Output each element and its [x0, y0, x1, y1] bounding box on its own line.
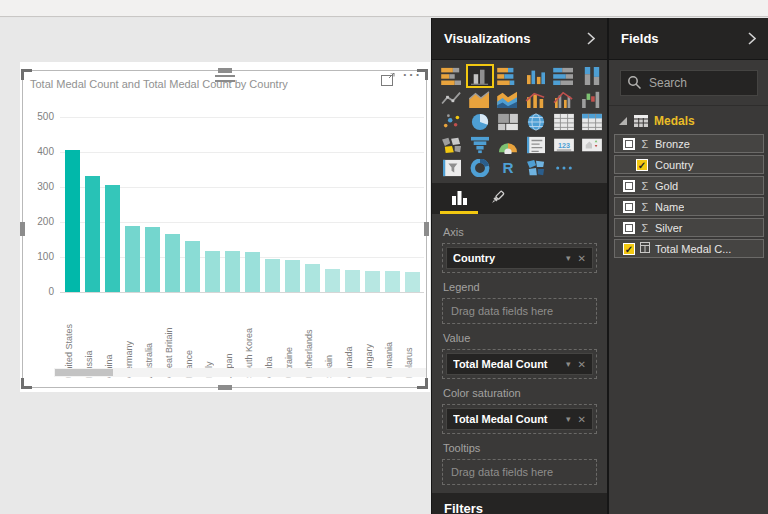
field-remove-icon[interactable]: ✕ — [578, 253, 586, 264]
bar-netherlands[interactable] — [305, 264, 320, 292]
color-saturation-field-pill[interactable]: Total Medal Count — [453, 413, 562, 425]
bar-italy[interactable] — [205, 251, 220, 292]
field-row-silver[interactable]: ΣSilver — [614, 218, 764, 237]
bar-germany[interactable] — [125, 226, 140, 292]
legend-well[interactable]: Drag data fields here — [442, 298, 597, 324]
bar-spain[interactable] — [325, 269, 340, 292]
well-label-legend: Legend — [443, 281, 597, 293]
viz-icon-line-chart[interactable] — [439, 88, 465, 110]
bar-canada[interactable] — [345, 270, 360, 292]
field-row-name[interactable]: ΣName — [614, 197, 764, 216]
field-row-bronze[interactable]: ΣBronze — [614, 134, 764, 153]
expand-collapse-icon[interactable] — [619, 117, 627, 125]
viz-icon-scatter-chart[interactable] — [439, 111, 465, 133]
viz-icon-card[interactable]: 123 — [551, 134, 577, 156]
viz-icon-shape-map[interactable] — [523, 157, 549, 179]
viz-icon-line-and-stacked-column-chart[interactable] — [523, 88, 549, 110]
report-canvas[interactable]: Total Medal Count and Total Medal Count … — [0, 18, 431, 514]
gridline-0 — [60, 292, 424, 293]
tooltips-well[interactable]: Drag data fields here — [442, 459, 597, 485]
field-dropdown-icon[interactable]: ▾ — [566, 359, 571, 369]
viz-icon-clustered-column-chart[interactable] — [467, 65, 493, 87]
viz-icon-donut-chart[interactable] — [467, 157, 493, 179]
svg-text:123: 123 — [558, 141, 570, 150]
collapse-chevron-icon[interactable] — [587, 32, 595, 45]
field-row-country[interactable]: Country — [614, 155, 764, 174]
viz-icon-more-visuals[interactable] — [551, 157, 577, 179]
gridline-400 — [60, 152, 424, 153]
viz-icon-kpi[interactable] — [579, 134, 605, 156]
scrollbar-thumb[interactable] — [55, 369, 113, 376]
fields-panel: Fields Medals ΣBronzeCountryΣGoldΣNameΣS… — [607, 18, 768, 514]
bar-russia[interactable] — [85, 176, 100, 292]
bar-belarus[interactable] — [405, 272, 420, 292]
viz-icon-100-stacked-column-chart[interactable] — [579, 65, 605, 87]
bar-ukraine[interactable] — [285, 260, 300, 292]
viz-icon-funnel[interactable] — [467, 134, 493, 156]
viz-icon-stacked-area-chart[interactable] — [495, 88, 521, 110]
viz-icon-stacked-bar-chart-2[interactable] — [495, 65, 521, 87]
viz-icon-filled-map[interactable] — [439, 134, 465, 156]
viz-icon-r-script-visual[interactable]: R — [495, 157, 521, 179]
value-field-pill[interactable]: Total Medal Count — [453, 358, 562, 370]
viz-icon-pie-chart[interactable] — [467, 111, 493, 133]
tab-fields[interactable] — [440, 183, 478, 214]
viz-icon-slicer[interactable] — [439, 157, 465, 179]
bar-chart[interactable]: 5004003002001000United StatesRussiaChina… — [20, 62, 430, 392]
checked-checkbox[interactable] — [636, 159, 648, 171]
bar-great-britain[interactable] — [165, 234, 180, 292]
bar-cuba[interactable] — [265, 259, 280, 292]
filters-section[interactable]: Filters — [432, 493, 607, 514]
viz-icon-map[interactable] — [523, 111, 549, 133]
axis-well[interactable]: Country ▾ ✕ — [442, 243, 597, 273]
sigma-icon: Σ — [639, 138, 651, 150]
x-axis-label-cuba: Cuba — [262, 298, 277, 378]
viz-icon-line-and-clustered-column-chart[interactable] — [551, 88, 577, 110]
x-axis-label-italy: Italy — [202, 298, 217, 378]
bar-japan[interactable] — [225, 251, 240, 292]
bar-romania[interactable] — [385, 271, 400, 292]
bar-china[interactable] — [105, 185, 120, 292]
viz-icon-gauge[interactable] — [495, 134, 521, 156]
ribbon-bottom-strip — [0, 0, 768, 17]
tab-format[interactable] — [478, 183, 516, 214]
viz-icon-matrix[interactable] — [579, 111, 605, 133]
svg-text:R: R — [502, 159, 513, 176]
viz-icon-table[interactable] — [551, 111, 577, 133]
bar-australia[interactable] — [145, 227, 160, 292]
viz-icon-multi-row-card[interactable] — [523, 134, 549, 156]
table-node-medals[interactable]: Medals — [609, 106, 768, 134]
viz-icon-treemap[interactable] — [495, 111, 521, 133]
measure-icon — [639, 242, 651, 255]
viz-icon-waterfall-chart[interactable] — [579, 88, 605, 110]
field-name: Name — [655, 201, 684, 213]
unchecked-checkbox[interactable] — [623, 222, 635, 234]
field-dropdown-icon[interactable]: ▾ — [566, 414, 571, 424]
chart-horizontal-scrollbar[interactable] — [54, 368, 427, 377]
field-remove-icon[interactable]: ✕ — [578, 414, 586, 425]
checked-checkbox[interactable] — [623, 243, 635, 255]
viz-icon-area-chart[interactable] — [467, 88, 493, 110]
collapse-chevron-icon[interactable] — [748, 32, 756, 45]
axis-field-pill[interactable]: Country — [453, 252, 562, 264]
viz-icon-stacked-bar-chart[interactable] — [439, 65, 465, 87]
unchecked-checkbox[interactable] — [623, 180, 635, 192]
x-axis-label-spain: Spain — [322, 298, 337, 378]
bar-hungary[interactable] — [365, 271, 380, 292]
unchecked-checkbox[interactable] — [623, 138, 635, 150]
bar-south-korea[interactable] — [245, 252, 260, 292]
viz-icon-100-stacked-bar-chart[interactable] — [551, 65, 577, 87]
field-row-gold[interactable]: ΣGold — [614, 176, 764, 195]
more-options-icon[interactable]: ··· — [403, 67, 422, 82]
viz-icon-clustered-bar-chart[interactable] — [523, 65, 549, 87]
value-well[interactable]: Total Medal Count ▾ ✕ — [442, 349, 597, 379]
field-dropdown-icon[interactable]: ▾ — [566, 253, 571, 263]
bar-france[interactable] — [185, 241, 200, 292]
color-saturation-well[interactable]: Total Medal Count ▾ ✕ — [442, 404, 597, 434]
unchecked-checkbox[interactable] — [623, 201, 635, 213]
bar-united-states[interactable] — [65, 150, 80, 292]
visual-drag-handle-icon[interactable] — [215, 75, 235, 85]
field-remove-icon[interactable]: ✕ — [578, 359, 586, 370]
focus-mode-icon[interactable] — [381, 72, 396, 90]
field-row-total-medal-c-[interactable]: Total Medal C... — [614, 239, 764, 258]
